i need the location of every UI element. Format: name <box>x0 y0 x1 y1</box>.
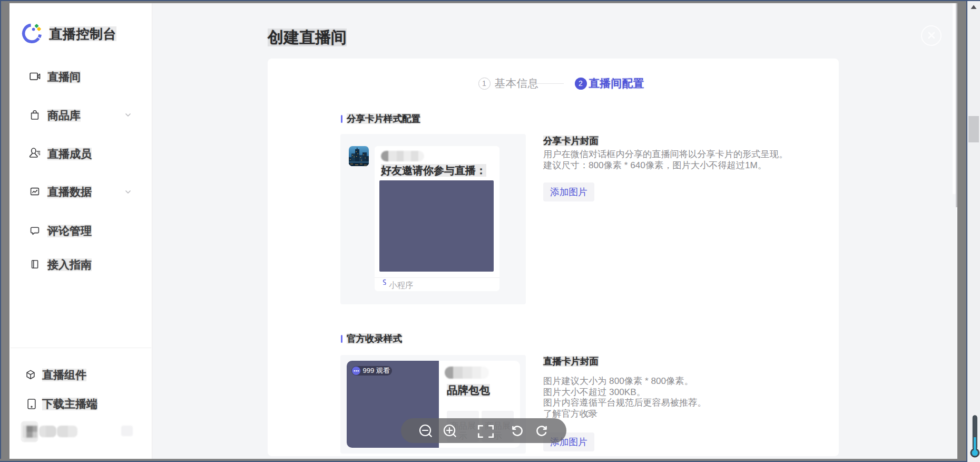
svg-text:?: ? <box>587 411 590 416</box>
